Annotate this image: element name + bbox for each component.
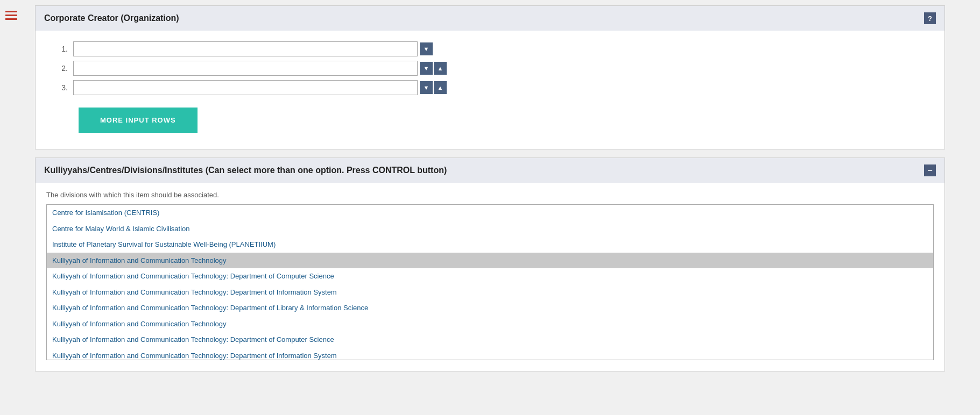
list-item[interactable]: Kulliyyah of Information and Communicati… [47,348,933,361]
corporate-creator-body: 1. ▼ 2. ▼ ▲ 3. ▼ ▲ [36,31,944,149]
corporate-creator-section: Corporate Creator (Organization) ? 1. ▼ … [35,5,945,149]
arrow-down-btn-2[interactable]: ▼ [420,62,433,75]
more-rows-container: MORE INPUT ROWS [52,99,928,133]
page-wrapper: Corporate Creator (Organization) ? 1. ▼ … [0,0,980,415]
text-input-1[interactable] [73,41,418,56]
kulliyyah-list[interactable]: Centre for Islamisation (CENTRIS)Centre … [46,204,934,360]
hamburger-line-3 [5,18,17,20]
list-item[interactable]: Kulliyyah of Information and Communicati… [47,300,933,316]
kulliyyah-section: Kulliyyahs/Centres/Divisions/Institutes … [35,158,945,371]
arrow-btns-3: ▼ ▲ [420,81,447,94]
list-item[interactable]: Centre for Islamisation (CENTRIS) [47,205,933,221]
arrow-btns-1: ▼ [420,42,433,55]
list-item[interactable]: Kulliyyah of Information and Communicati… [47,316,933,332]
input-row-3: 3. ▼ ▲ [52,80,928,95]
list-item[interactable]: Kulliyyah of Information and Communicati… [47,284,933,300]
hamburger-menu[interactable] [5,11,17,20]
list-item[interactable]: Kulliyyah of Information and Communicati… [47,332,933,348]
list-item[interactable]: Institute of Planetary Survival for Sust… [47,237,933,253]
row-number-3: 3. [52,83,73,92]
arrow-down-btn-3[interactable]: ▼ [420,81,433,94]
more-rows-button[interactable]: MORE INPUT ROWS [79,108,198,133]
text-input-3[interactable] [73,80,418,95]
kulliyyah-header: Kulliyyahs/Centres/Divisions/Institutes … [36,158,944,183]
hamburger-line-1 [5,11,17,12]
list-item[interactable]: Kulliyyah of Information and Communicati… [47,253,933,269]
input-row-2: 2. ▼ ▲ [52,61,928,76]
arrow-btns-2: ▼ ▲ [420,62,447,75]
kulliyyah-title: Kulliyyahs/Centres/Divisions/Institutes … [44,166,447,175]
input-row-1: 1. ▼ [52,41,928,56]
row-number-1: 1. [52,45,73,53]
list-item[interactable]: Centre for Malay World & Islamic Civilis… [47,221,933,237]
kulliyyah-description: The divisions with which this item shoul… [46,191,934,199]
text-input-2[interactable] [73,61,418,76]
arrow-up-btn-3[interactable]: ▲ [434,81,447,94]
collapse-button[interactable]: − [924,164,936,176]
corporate-creator-title: Corporate Creator (Organization) [44,13,179,23]
row-number-2: 2. [52,64,73,73]
arrow-down-btn-1[interactable]: ▼ [420,42,433,55]
help-button[interactable]: ? [924,12,936,24]
list-item[interactable]: Kulliyyah of Information and Communicati… [47,268,933,284]
kulliyyah-body: The divisions with which this item shoul… [36,183,944,371]
hamburger-line-2 [5,15,17,16]
corporate-creator-header: Corporate Creator (Organization) ? [36,6,944,31]
arrow-up-btn-2[interactable]: ▲ [434,62,447,75]
